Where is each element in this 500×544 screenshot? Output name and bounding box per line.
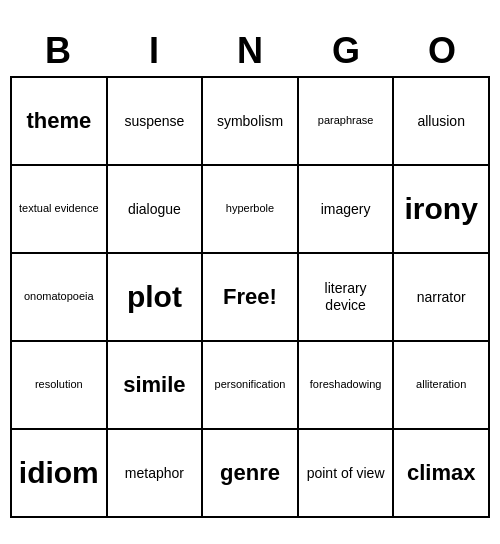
cell-text: suspense <box>124 113 184 130</box>
bingo-cell: hyperbole <box>203 166 299 254</box>
cell-text: onomatopoeia <box>24 290 94 303</box>
cell-text: allusion <box>417 113 464 130</box>
bingo-cell: climax <box>394 430 490 518</box>
cell-text: irony <box>405 191 478 227</box>
cell-text: hyperbole <box>226 202 274 215</box>
bingo-cell: simile <box>108 342 204 430</box>
cell-text: simile <box>123 372 185 398</box>
cell-text: climax <box>407 460 476 486</box>
cell-text: symbolism <box>217 113 283 130</box>
cell-text: Free! <box>223 284 277 310</box>
cell-text: plot <box>127 279 182 315</box>
cell-text: foreshadowing <box>310 378 382 391</box>
bingo-card: BINGO themesuspensesymbolismparaphraseal… <box>10 26 490 518</box>
bingo-cell: textual evidence <box>12 166 108 254</box>
cell-text: imagery <box>321 201 371 218</box>
header-letter: G <box>298 26 394 76</box>
bingo-cell: Free! <box>203 254 299 342</box>
cell-text: metaphor <box>125 465 184 482</box>
cell-text: resolution <box>35 378 83 391</box>
bingo-cell: dialogue <box>108 166 204 254</box>
cell-text: paraphrase <box>318 114 374 127</box>
cell-text: genre <box>220 460 280 486</box>
bingo-cell: personification <box>203 342 299 430</box>
cell-text: textual evidence <box>19 202 99 215</box>
bingo-cell: plot <box>108 254 204 342</box>
bingo-cell: irony <box>394 166 490 254</box>
cell-text: point of view <box>307 465 385 482</box>
cell-text: literary device <box>303 280 389 314</box>
header-letter: O <box>394 26 490 76</box>
bingo-grid: themesuspensesymbolismparaphraseallusion… <box>10 76 490 518</box>
header-letter: B <box>10 26 106 76</box>
cell-text: dialogue <box>128 201 181 218</box>
bingo-cell: theme <box>12 78 108 166</box>
cell-text: personification <box>215 378 286 391</box>
cell-text: idiom <box>19 455 99 491</box>
header-letter: I <box>106 26 202 76</box>
cell-text: narrator <box>417 289 466 306</box>
bingo-cell: foreshadowing <box>299 342 395 430</box>
bingo-cell: genre <box>203 430 299 518</box>
bingo-header: BINGO <box>10 26 490 76</box>
bingo-cell: symbolism <box>203 78 299 166</box>
bingo-cell: resolution <box>12 342 108 430</box>
bingo-cell: suspense <box>108 78 204 166</box>
bingo-cell: imagery <box>299 166 395 254</box>
bingo-cell: narrator <box>394 254 490 342</box>
cell-text: alliteration <box>416 378 466 391</box>
bingo-cell: metaphor <box>108 430 204 518</box>
bingo-cell: allusion <box>394 78 490 166</box>
bingo-cell: alliteration <box>394 342 490 430</box>
bingo-cell: literary device <box>299 254 395 342</box>
bingo-cell: idiom <box>12 430 108 518</box>
cell-text: theme <box>26 108 91 134</box>
bingo-cell: onomatopoeia <box>12 254 108 342</box>
bingo-cell: paraphrase <box>299 78 395 166</box>
bingo-cell: point of view <box>299 430 395 518</box>
header-letter: N <box>202 26 298 76</box>
